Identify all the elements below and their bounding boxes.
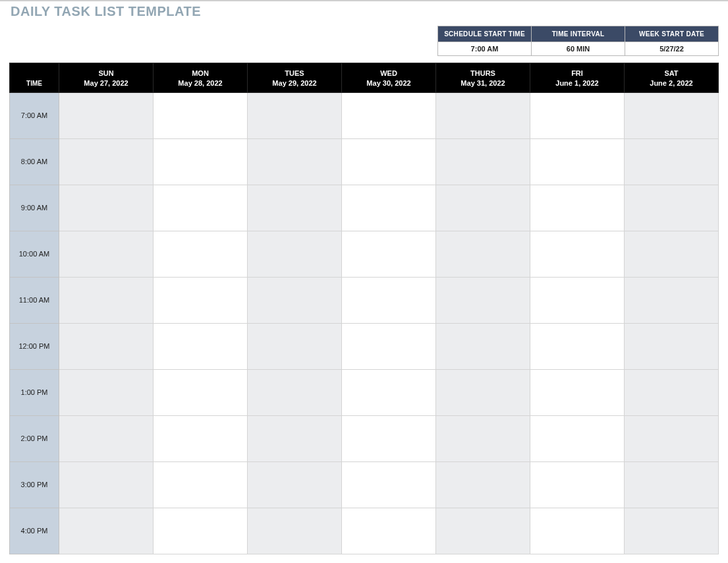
schedule-cell[interactable] xyxy=(154,323,248,369)
day-date: May 30, 2022 xyxy=(345,78,433,88)
schedule-cell[interactable] xyxy=(625,185,719,231)
schedule-cell[interactable] xyxy=(342,92,436,138)
schedule-row: 7:00 AM xyxy=(10,92,719,138)
schedule-row: 11:00 AM xyxy=(10,277,719,323)
day-date: May 31, 2022 xyxy=(439,78,527,88)
schedule-cell[interactable] xyxy=(59,508,154,554)
schedule-cell[interactable] xyxy=(342,277,436,323)
schedule-cell[interactable] xyxy=(59,323,154,369)
schedule-cell[interactable] xyxy=(154,231,248,277)
schedule-cell[interactable] xyxy=(59,92,154,138)
schedule-cell[interactable] xyxy=(248,415,342,461)
schedule-cell[interactable] xyxy=(625,415,719,461)
day-name: MON xyxy=(156,69,244,78)
grid-header-day-wed: WEDMay 30, 2022 xyxy=(342,63,436,93)
time-cell: 4:00 PM xyxy=(10,508,59,554)
schedule-cell[interactable] xyxy=(154,461,248,508)
schedule-cell[interactable] xyxy=(59,277,154,323)
schedule-cell[interactable] xyxy=(59,461,154,508)
schedule-cell[interactable] xyxy=(342,415,436,461)
schedule-cell[interactable] xyxy=(342,323,436,369)
schedule-cell[interactable] xyxy=(248,369,342,415)
grid-header-day-sun: SUNMay 27, 2022 xyxy=(59,63,154,93)
schedule-cell[interactable] xyxy=(625,92,719,138)
time-cell: 7:00 AM xyxy=(10,92,59,138)
schedule-cell[interactable] xyxy=(530,415,625,461)
schedule-row: 3:00 PM xyxy=(10,461,719,508)
schedule-cell[interactable] xyxy=(342,369,436,415)
day-name: WED xyxy=(345,69,433,78)
schedule-cell[interactable] xyxy=(530,369,625,415)
schedule-cell[interactable] xyxy=(248,323,342,369)
grid-header-day-thurs: THURSMay 31, 2022 xyxy=(436,63,530,93)
schedule-cell[interactable] xyxy=(530,138,625,185)
schedule-cell[interactable] xyxy=(59,231,154,277)
schedule-cell[interactable] xyxy=(59,415,154,461)
schedule-cell[interactable] xyxy=(625,231,719,277)
schedule-cell[interactable] xyxy=(436,323,530,369)
day-date: June 2, 2022 xyxy=(627,78,715,88)
day-date: May 27, 2022 xyxy=(62,78,150,88)
schedule-cell[interactable] xyxy=(436,92,530,138)
schedule-cell[interactable] xyxy=(342,461,436,508)
schedule-row: 9:00 AM xyxy=(10,185,719,231)
schedule-cell[interactable] xyxy=(154,508,248,554)
schedule-cell[interactable] xyxy=(530,92,625,138)
schedule-cell[interactable] xyxy=(530,231,625,277)
schedule-cell[interactable] xyxy=(154,138,248,185)
schedule-cell[interactable] xyxy=(530,277,625,323)
schedule-cell[interactable] xyxy=(530,508,625,554)
schedule-cell[interactable] xyxy=(436,369,530,415)
schedule-cell[interactable] xyxy=(59,369,154,415)
schedule-cell[interactable] xyxy=(625,277,719,323)
schedule-cell[interactable] xyxy=(342,508,436,554)
schedule-cell[interactable] xyxy=(530,323,625,369)
settings-header-interval: TIME INTERVAL xyxy=(532,26,625,42)
grid-header-day-mon: MONMay 28, 2022 xyxy=(154,63,248,93)
schedule-cell[interactable] xyxy=(436,415,530,461)
schedule-cell[interactable] xyxy=(248,138,342,185)
schedule-cell[interactable] xyxy=(625,323,719,369)
settings-value-week-start[interactable]: 5/27/22 xyxy=(625,42,719,56)
settings-value-interval[interactable]: 60 MIN xyxy=(532,42,625,56)
time-cell: 1:00 PM xyxy=(10,369,59,415)
schedule-cell[interactable] xyxy=(59,185,154,231)
page-title: DAILY TASK LIST TEMPLATE xyxy=(0,1,728,26)
schedule-grid-header: TIME SUNMay 27, 2022 MONMay 28, 2022 TUE… xyxy=(10,63,719,93)
schedule-cell[interactable] xyxy=(625,369,719,415)
schedule-cell[interactable] xyxy=(248,92,342,138)
schedule-cell[interactable] xyxy=(154,92,248,138)
schedule-cell[interactable] xyxy=(154,369,248,415)
schedule-cell[interactable] xyxy=(248,185,342,231)
schedule-cell[interactable] xyxy=(248,508,342,554)
schedule-cell[interactable] xyxy=(625,461,719,508)
schedule-cell[interactable] xyxy=(530,185,625,231)
day-name: TUES xyxy=(250,69,339,78)
schedule-cell[interactable] xyxy=(342,231,436,277)
schedule-cell[interactable] xyxy=(154,277,248,323)
day-date: May 29, 2022 xyxy=(250,78,339,88)
schedule-cell[interactable] xyxy=(436,185,530,231)
schedule-cell[interactable] xyxy=(625,138,719,185)
day-date: June 1, 2022 xyxy=(533,78,621,88)
schedule-cell[interactable] xyxy=(436,277,530,323)
schedule-cell[interactable] xyxy=(436,138,530,185)
schedule-cell[interactable] xyxy=(436,231,530,277)
settings-table: SCHEDULE START TIME TIME INTERVAL WEEK S… xyxy=(437,26,719,56)
schedule-cell[interactable] xyxy=(59,138,154,185)
schedule-cell[interactable] xyxy=(342,185,436,231)
time-cell: 12:00 PM xyxy=(10,323,59,369)
schedule-cell[interactable] xyxy=(154,415,248,461)
schedule-cell[interactable] xyxy=(436,461,530,508)
schedule-cell[interactable] xyxy=(248,461,342,508)
schedule-cell[interactable] xyxy=(530,461,625,508)
settings-value-start-time[interactable]: 7:00 AM xyxy=(438,42,532,56)
schedule-cell[interactable] xyxy=(248,231,342,277)
schedule-cell[interactable] xyxy=(625,508,719,554)
schedule-cell[interactable] xyxy=(154,185,248,231)
day-name: SAT xyxy=(627,69,715,78)
schedule-cell[interactable] xyxy=(342,138,436,185)
schedule-cell[interactable] xyxy=(436,508,530,554)
schedule-cell[interactable] xyxy=(248,277,342,323)
time-cell: 3:00 PM xyxy=(10,461,59,508)
